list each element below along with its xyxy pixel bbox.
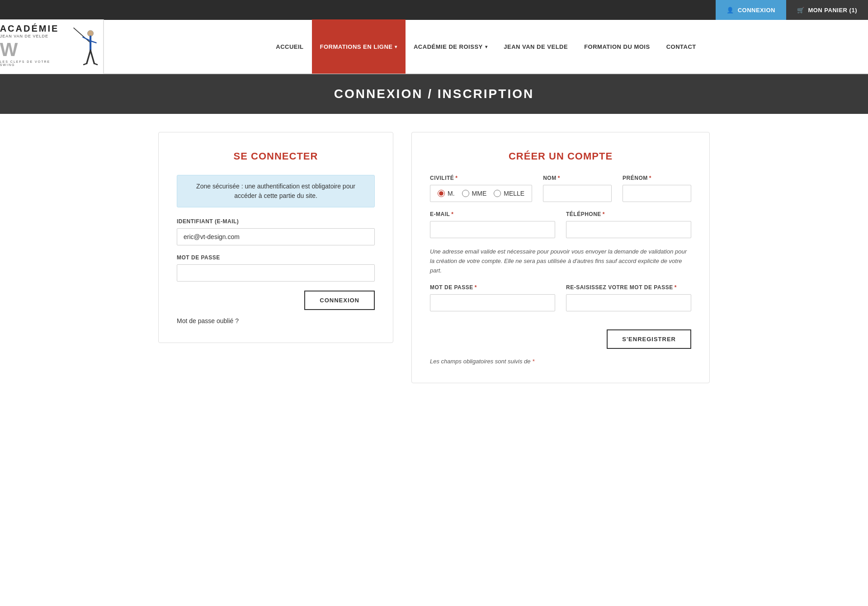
nav-contact-label: CONTACT bbox=[666, 43, 696, 50]
prenom-input[interactable] bbox=[623, 185, 691, 202]
email-telephone-row: E-MAIL* TÉLÉPHONE* bbox=[430, 211, 691, 247]
nav-formations[interactable]: FORMATIONS EN LIGNE ▾ bbox=[312, 19, 406, 74]
identifiant-label: IDENTIFIANT (E-MAIL) bbox=[177, 218, 375, 225]
page-title-bar: CONNEXION / INSCRIPTION bbox=[0, 74, 868, 114]
nav-jean[interactable]: JEAN VAN DE VELDE bbox=[495, 19, 576, 74]
login-title: SE CONNECTER bbox=[177, 150, 375, 162]
civilite-mme-radio[interactable] bbox=[462, 190, 469, 197]
svg-line-7 bbox=[84, 64, 87, 65]
prenom-group: PRÉNOM* bbox=[623, 175, 691, 202]
logo-academy: ACADÉMIE bbox=[0, 24, 62, 33]
register-password-input[interactable] bbox=[430, 294, 555, 311]
connexion-topbar-button[interactable]: 👤 CONNEXION bbox=[716, 0, 786, 20]
nav-contact[interactable]: CONTACT bbox=[658, 19, 704, 74]
password-label: MOT DE PASSE bbox=[177, 254, 375, 261]
svg-line-5 bbox=[87, 50, 90, 63]
civilite-mme-option[interactable]: MME bbox=[462, 190, 487, 197]
password-confirm-label: RE-SAISISSEZ VOTRE MOT DE PASSE* bbox=[566, 284, 691, 291]
password-confirm-group: RE-SAISISSEZ VOTRE MOT DE PASSE* bbox=[566, 284, 691, 311]
register-email-input[interactable] bbox=[430, 221, 555, 238]
panier-label: MON PANIER (1) bbox=[808, 7, 857, 14]
nav-academie[interactable]: ACADÉMIE DE ROISSY ▾ bbox=[406, 19, 495, 74]
logo-person: JEAN VAN DE VELDE bbox=[0, 34, 62, 38]
nav-academie-label: ACADÉMIE DE ROISSY bbox=[414, 43, 483, 50]
identifiant-input[interactable] bbox=[177, 228, 375, 245]
nav-accueil-label: ACCUEIL bbox=[276, 43, 303, 50]
header: ACADÉMIE JEAN VAN DE VELDE W LES CLEFS D… bbox=[0, 20, 868, 74]
main-nav: ACCUEIL FORMATIONS EN LIGNE ▾ ACADÉMIE D… bbox=[104, 19, 868, 74]
user-icon: 👤 bbox=[726, 7, 734, 14]
civilite-melle-label: MELLE bbox=[504, 190, 524, 197]
nav-formation-mois-label: FORMATION DU MOIS bbox=[584, 43, 650, 50]
svg-line-3 bbox=[83, 37, 90, 41]
password-group: MOT DE PASSE bbox=[177, 254, 375, 282]
prenom-label: PRÉNOM* bbox=[623, 175, 691, 181]
nom-label: NOM* bbox=[543, 175, 612, 181]
panier-button[interactable]: 🛒 MON PANIER (1) bbox=[786, 0, 868, 20]
top-bar: 👤 CONNEXION 🛒 MON PANIER (1) bbox=[0, 0, 868, 20]
golfer-icon bbox=[70, 24, 104, 69]
nav-formations-label: FORMATIONS EN LIGNE bbox=[320, 43, 393, 50]
civilite-group-wrapper: CIVILITÉ* M. MME MELLE bbox=[430, 175, 532, 202]
login-card: SE CONNECTER Zone sécurisée : une authen… bbox=[158, 132, 393, 343]
civilite-m-radio[interactable] bbox=[438, 190, 445, 197]
password-input[interactable] bbox=[177, 264, 375, 282]
logo-tagline: LES CLEFS DE VOTRE SWING bbox=[0, 60, 62, 66]
nav-accueil[interactable]: ACCUEIL bbox=[268, 19, 311, 74]
telephone-group: TÉLÉPHONE* bbox=[566, 211, 691, 238]
nav-jean-label: JEAN VAN DE VELDE bbox=[504, 43, 568, 50]
logo-area[interactable]: ACADÉMIE JEAN VAN DE VELDE W LES CLEFS D… bbox=[0, 19, 104, 74]
page-title: CONNEXION / INSCRIPTION bbox=[0, 87, 868, 101]
email-group: E-MAIL* bbox=[430, 211, 555, 238]
register-button[interactable]: S'ENREGISTRER bbox=[607, 329, 691, 349]
civilite-nom-prenom-row: CIVILITÉ* M. MME MELLE bbox=[430, 175, 691, 211]
telephone-input[interactable] bbox=[566, 221, 691, 238]
password-confirm-input[interactable] bbox=[566, 294, 691, 311]
civilite-m-option[interactable]: M. bbox=[438, 190, 455, 197]
civilite-radio-group: M. MME MELLE bbox=[430, 185, 532, 202]
chevron-down-icon: ▾ bbox=[485, 44, 488, 49]
nav-formation-mois[interactable]: FORMATION DU MOIS bbox=[576, 19, 658, 74]
nom-input[interactable] bbox=[543, 185, 612, 202]
logo-content: ACADÉMIE JEAN VAN DE VELDE W LES CLEFS D… bbox=[0, 24, 103, 69]
register-password-group: MOT DE PASSE* bbox=[430, 284, 555, 311]
email-help: Une adresse email valide est nécessaire … bbox=[430, 247, 691, 275]
logo-monogram: W bbox=[0, 40, 62, 59]
civilite-label: CIVILITÉ* bbox=[430, 175, 532, 181]
svg-line-6 bbox=[90, 50, 94, 63]
required-note: Les champs obligatoires sont suivis de * bbox=[430, 358, 691, 365]
register-title: CRÉER UN COMPTE bbox=[430, 150, 691, 162]
civilite-mme-label: MME bbox=[472, 190, 487, 197]
register-password-label: MOT DE PASSE* bbox=[430, 284, 555, 291]
cart-icon: 🛒 bbox=[797, 7, 805, 14]
nom-group: NOM* bbox=[543, 175, 612, 202]
chevron-down-icon: ▾ bbox=[395, 44, 397, 49]
civilite-melle-radio[interactable] bbox=[494, 190, 501, 197]
forgot-password-link[interactable]: Mot de passe oublié ? bbox=[177, 317, 375, 324]
identifiant-group: IDENTIFIANT (E-MAIL) bbox=[177, 218, 375, 245]
svg-line-8 bbox=[94, 64, 97, 65]
connexion-button[interactable]: CONNEXION bbox=[304, 291, 375, 310]
main-content: SE CONNECTER Zone sécurisée : une authen… bbox=[140, 132, 728, 383]
civilite-m-label: M. bbox=[448, 190, 455, 197]
telephone-label: TÉLÉPHONE* bbox=[566, 211, 691, 217]
password-confirm-row: MOT DE PASSE* RE-SAISISSEZ VOTRE MOT DE … bbox=[430, 284, 691, 320]
login-alert: Zone sécurisée : une authentification es… bbox=[177, 175, 375, 207]
connexion-topbar-label: CONNEXION bbox=[738, 7, 775, 14]
register-card: CRÉER UN COMPTE CIVILITÉ* M. MME bbox=[411, 132, 710, 383]
civilite-melle-option[interactable]: MELLE bbox=[494, 190, 524, 197]
email-label: E-MAIL* bbox=[430, 211, 555, 217]
